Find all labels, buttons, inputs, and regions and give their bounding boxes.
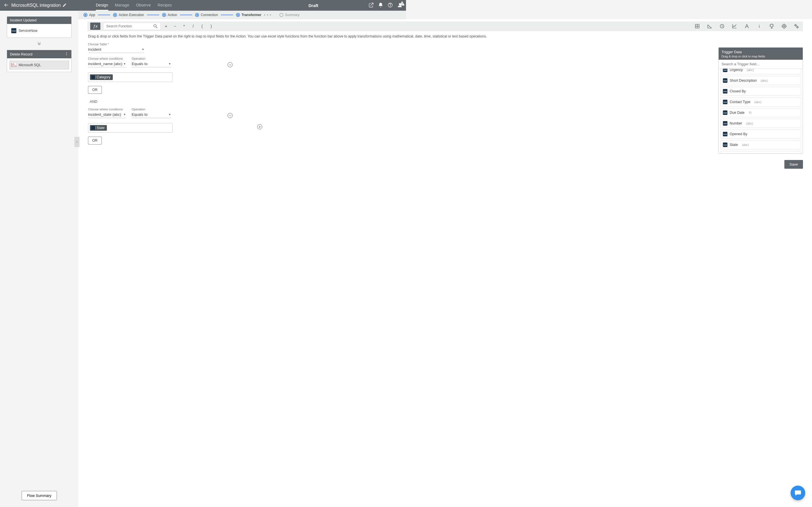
cond2-chip[interactable]: State [90, 125, 107, 131]
function-search-input[interactable] [106, 24, 151, 29]
cond1-chip[interactable]: Category [90, 74, 113, 80]
cond2-where-select[interactable]: incident_state (abc)▼ [88, 112, 126, 118]
helper-text: Drag & drop or click fields from the Tri… [79, 31, 406, 40]
and-label: AND [90, 100, 406, 104]
condition-1-row: Choose where conditions incident_name (a… [88, 57, 406, 67]
tab-manage[interactable]: Manage [115, 0, 130, 11]
remove-condition-1-icon[interactable]: − [227, 62, 233, 67]
left-sidebar: Incident Updated now ServiceNow Delete R… [0, 11, 79, 253]
cond1-where-select[interactable]: incident_name (abc)▼ [88, 61, 126, 67]
trigger-node-title: Incident Updated [10, 18, 37, 22]
page-title: MicrosoftSQL integration [11, 3, 61, 8]
fx-icon: ƒx [90, 22, 100, 30]
servicenow-chip-icon [91, 75, 95, 79]
status-badge: Draft [308, 3, 318, 8]
bell-icon[interactable] [378, 2, 384, 9]
op-div[interactable]: / [189, 22, 198, 30]
op-minus[interactable]: − [170, 22, 180, 30]
or-button-2[interactable]: OR [88, 136, 102, 145]
tab-observe[interactable]: Observe [136, 0, 151, 11]
op-open-paren[interactable]: ( [198, 22, 207, 30]
open-external-icon[interactable] [368, 2, 374, 9]
fx-operators: + − * / ( ) [161, 22, 216, 30]
cond1-op-select[interactable]: Equals to▼ [132, 61, 171, 67]
header-icon-group [368, 2, 403, 9]
action-source-row[interactable]: SQLServer Microsoft SQL [9, 61, 69, 69]
wizard-steps: App Action Execution Action Connection T… [79, 11, 406, 19]
step-connection[interactable]: Connection [195, 13, 218, 17]
condition-2-row: Choose where conditions incident_state (… [88, 108, 406, 118]
cond2-value-input[interactable]: State [88, 123, 172, 133]
or-button-1[interactable]: OR [88, 86, 102, 94]
trigger-source-label: ServiceNow [18, 29, 38, 33]
avatar[interactable] [397, 2, 403, 9]
warning-icon [399, 1, 405, 7]
header-tabs: Design Manage Observe Recipes [96, 0, 172, 11]
main-panel: ƒx + − * / ( ) Drag & drop or click fiel… [79, 19, 406, 253]
tab-recipes[interactable]: Recipes [158, 0, 172, 11]
op-plus[interactable]: + [161, 22, 170, 30]
action-source-label: Microsoft SQL [18, 63, 41, 67]
remove-condition-2-icon[interactable]: − [227, 113, 233, 118]
op-mult[interactable]: * [180, 22, 189, 30]
svg-point-3 [66, 55, 67, 55]
trigger-node[interactable]: Incident Updated now ServiceNow [7, 16, 71, 38]
servicenow-icon: now [11, 28, 16, 33]
step-action-execution[interactable]: Action Execution [113, 13, 144, 17]
tab-design[interactable]: Design [96, 0, 108, 11]
step-app[interactable]: App [84, 13, 95, 17]
kebab-icon[interactable] [64, 52, 68, 57]
trigger-source-row[interactable]: now ServiceNow [9, 26, 69, 35]
flow-connector-icon [7, 41, 71, 47]
action-node-title: Delete Record [10, 52, 33, 56]
search-icon [153, 24, 158, 29]
mssql-icon: SQLServer [11, 62, 16, 68]
servicenow-chip-icon [91, 126, 95, 130]
action-node[interactable]: Delete Record SQLServer Microsoft SQL [7, 50, 71, 72]
choose-table-label: Choose Table * [88, 43, 406, 46]
collapse-sidebar-icon[interactable] [74, 137, 80, 147]
top-app-bar: MicrosoftSQL integration Design Manage O… [0, 0, 406, 11]
step-transformer[interactable]: Transformer [236, 13, 261, 17]
cond2-op-select[interactable]: Equals to▼ [132, 112, 171, 118]
edit-icon[interactable] [62, 3, 67, 8]
transformer-form: Choose Table * Incident▼ Choose where co… [79, 40, 406, 147]
help-icon[interactable] [388, 2, 393, 9]
function-search[interactable] [103, 22, 160, 30]
add-condition-icon[interactable]: + [257, 124, 262, 129]
cond1-value-input[interactable]: Category [88, 72, 172, 82]
choose-table-select[interactable]: Incident▼ [88, 47, 144, 53]
svg-point-2 [66, 54, 67, 54]
step-summary[interactable]: Summary [280, 13, 299, 17]
step-action[interactable]: Action [162, 13, 177, 17]
svg-point-4 [154, 24, 156, 27]
function-bar: ƒx + − * / ( ) [87, 21, 406, 31]
back-icon[interactable] [3, 2, 9, 9]
op-close-paren[interactable]: ) [207, 22, 216, 30]
svg-point-1 [66, 52, 67, 53]
